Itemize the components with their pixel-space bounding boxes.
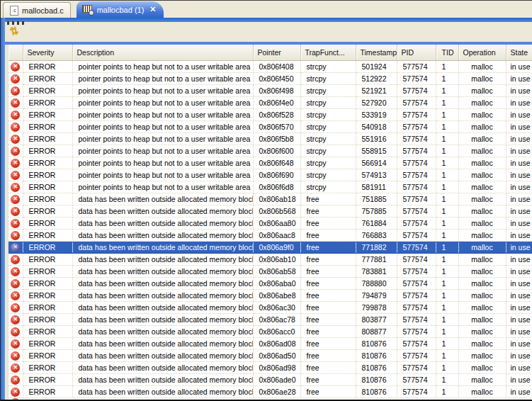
column-header-description[interactable]: Description	[72, 45, 253, 60]
tab-mallocbad-analysis[interactable]: mallocbad (1) ✕	[77, 1, 164, 18]
close-icon[interactable]: ✕	[149, 5, 156, 14]
trapfunction-cell: strcpy	[300, 72, 356, 84]
timestamp-cell: 761884	[356, 217, 397, 229]
table-row[interactable]: ✕ ERROR data has been written outside al…	[9, 349, 532, 361]
double-arrow-icon[interactable]: ⇅	[6, 23, 21, 38]
error-icon: ✕	[11, 219, 20, 228]
table-row[interactable]: ✕ ERROR data has been written outside al…	[9, 361, 532, 373]
table-row[interactable]: ✕ ERROR pointer points to heap but not t…	[9, 96, 532, 108]
timestamp-cell: 810876	[356, 373, 397, 385]
severity-cell: ERROR	[23, 241, 72, 253]
table-row[interactable]: ✕ ERROR pointer points to heap but not t…	[9, 120, 532, 132]
table-row[interactable]: ✕ ERROR data has been written outside al…	[9, 205, 532, 217]
state-cell: in use	[506, 313, 532, 325]
column-header-timestamp[interactable]: Timestamp	[356, 45, 397, 60]
tid-cell: 1	[436, 108, 458, 120]
trapfunction-cell: strcpy	[300, 181, 356, 193]
tid-cell: 1	[436, 289, 458, 301]
operation-cell: malloc	[458, 120, 506, 132]
table-row[interactable]: ✕ ERROR data has been written outside al…	[9, 325, 532, 337]
trapfunction-cell: free	[300, 349, 356, 361]
view-toolbar-area: ⇅	[5, 22, 532, 42]
pid-cell: 577574	[397, 373, 436, 385]
column-header-pointer[interactable]: Pointer	[253, 45, 300, 60]
tid-cell: 1	[436, 217, 458, 229]
table-row[interactable]: ✕ ERROR data has been written outside al…	[9, 193, 532, 205]
errors-table: Severity Description Pointer TrapFunct..…	[8, 45, 532, 400]
column-header-severity[interactable]: Severity	[23, 45, 72, 60]
operation-cell: malloc	[458, 181, 506, 193]
error-icon: ✕	[11, 267, 20, 276]
column-header-icon[interactable]	[9, 45, 23, 60]
error-icon: ✕	[11, 231, 20, 240]
pointer-cell: 0x806ab58	[253, 265, 300, 277]
timestamp-cell: 558915	[356, 145, 397, 157]
state-cell: in use	[506, 373, 532, 385]
timestamp-cell: 766883	[356, 229, 397, 241]
column-header-state[interactable]: State	[506, 45, 532, 60]
tid-cell: 1	[436, 361, 458, 373]
table-row[interactable]: ✕ ERROR pointer points to heap but not t…	[9, 132, 532, 145]
state-cell: in use	[506, 229, 532, 241]
table-row[interactable]: ✕ ERROR data has been written outside al…	[9, 265, 532, 277]
trapfunction-cell: free	[300, 253, 356, 265]
pointer-cell: 0x806f450	[253, 72, 300, 84]
timestamp-cell: 551916	[356, 132, 397, 145]
pid-cell: 577574	[397, 120, 436, 132]
error-icon: ✕	[11, 195, 20, 204]
column-header-operation[interactable]: Operation	[458, 45, 506, 60]
state-cell: in use	[506, 169, 532, 181]
pointer-cell: 0x806aa80	[253, 217, 300, 229]
table-row[interactable]: ✕ ERROR data has been written outside al…	[9, 301, 532, 313]
severity-cell: ERROR	[23, 181, 72, 193]
pid-cell: 577574	[397, 349, 436, 361]
table-row[interactable]: ✕ ERROR pointer points to heap but not t…	[9, 145, 532, 157]
trapfunction-cell: strcpy	[300, 60, 356, 72]
operation-cell: malloc	[458, 313, 506, 325]
table-row[interactable]: ✕ ERROR data has been written outside al…	[9, 337, 532, 349]
table-row[interactable]: ✕ ERROR pointer points to heap but not t…	[9, 108, 532, 120]
table-row[interactable]: ✕ ERROR data has been written outside al…	[9, 385, 532, 397]
severity-cell: ERROR	[23, 132, 72, 145]
table-row[interactable]: ✕ ERROR data has been written outside al…	[9, 313, 532, 325]
operation-cell: malloc	[458, 205, 506, 217]
table-row[interactable]: ✕ ERROR pointer points to heap but not t…	[9, 60, 532, 72]
error-icon: ✕	[11, 74, 20, 84]
column-header-trapfunction[interactable]: TrapFunct...	[300, 45, 356, 60]
trapfunction-cell: free	[300, 385, 356, 397]
severity-cell: ERROR	[23, 265, 72, 277]
description-cell: data has been written outside allocated …	[72, 229, 253, 241]
pointer-cell: 0x806ad08	[253, 337, 300, 349]
table-row[interactable]: ✕ ERROR pointer points to heap but not t…	[9, 169, 532, 181]
table-row[interactable]: ✕ ERROR pointer points to heap but not t…	[9, 181, 532, 193]
operation-cell: malloc	[458, 96, 506, 108]
timestamp-cell: 808877	[356, 325, 397, 337]
error-icon: ✕	[11, 375, 20, 385]
table-row[interactable]: ✕ ERROR data has been written outside al…	[9, 253, 532, 265]
column-header-tid[interactable]: TID	[436, 45, 458, 60]
table-header-row: Severity Description Pointer TrapFunct..…	[9, 45, 532, 60]
description-cell: data has been written outside allocated …	[72, 289, 253, 301]
tab-mallocbad-c[interactable]: .c mallocbad.c	[3, 2, 71, 18]
table-row[interactable]: ✕ ERROR data has been written outside al…	[9, 373, 532, 385]
table-row[interactable]: ✕ ERROR data has been written outside al…	[9, 277, 532, 289]
table-row[interactable]: ✕ ERROR pointer points to heap but not t…	[9, 157, 532, 169]
table-row[interactable]: ✕ ERROR data has been written outside al…	[9, 289, 532, 301]
state-cell: in use	[506, 108, 532, 120]
column-header-pid[interactable]: PID	[397, 45, 436, 60]
description-cell: pointer points to heap but not to a user…	[72, 72, 253, 84]
table-row[interactable]: ✕ ERROR pointer points to heap but not t…	[9, 84, 532, 96]
error-icon: ✕	[11, 171, 20, 180]
severity-cell: ERROR	[23, 277, 72, 289]
table-row[interactable]: ✕ ERROR pointer points to heap but not t…	[9, 72, 532, 84]
tid-cell: 1	[436, 60, 458, 72]
table-row[interactable]: ✕ ERROR data has been written outside al…	[9, 217, 532, 229]
view-border-left	[1, 18, 5, 400]
trapfunction-cell: free	[300, 277, 356, 289]
table-row[interactable]: ✕ ERROR data has been written outside al…	[9, 229, 532, 241]
ide-window: .c mallocbad.c mallocbad (1) ✕ ⇅ Sev	[0, 0, 532, 401]
state-cell: in use	[506, 205, 532, 217]
severity-cell: ERROR	[23, 229, 72, 241]
table-row[interactable]: ✕ ERROR data has been written outside al…	[9, 241, 532, 253]
operation-cell: malloc	[458, 157, 506, 169]
